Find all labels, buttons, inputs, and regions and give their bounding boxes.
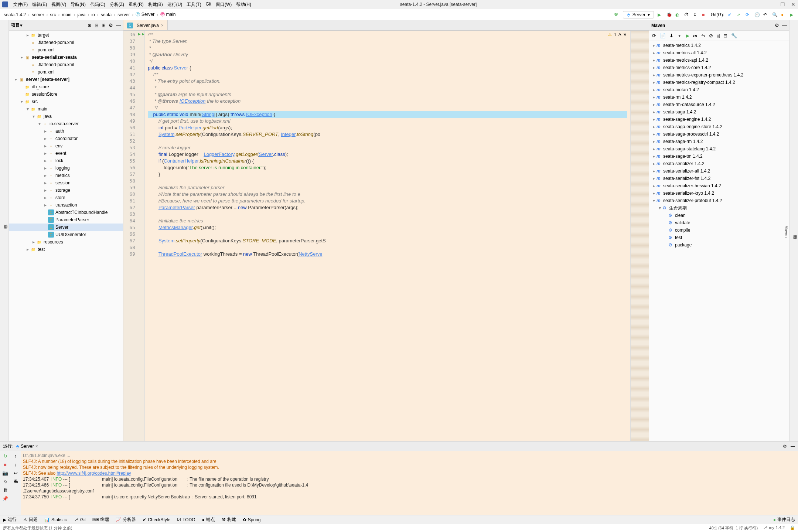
bottom-tab[interactable]: ⎇Git	[74, 516, 86, 523]
tree-row[interactable]: 📁sessionStore	[9, 91, 123, 98]
tree-row[interactable]: ▸▫store	[9, 194, 123, 201]
print-icon[interactable]: 🖶	[13, 479, 18, 484]
menu-item[interactable]: 帮助(H)	[234, 1, 253, 8]
tree-row[interactable]: ▾📁main	[9, 105, 123, 113]
scroll-up-icon[interactable]: ↑	[14, 453, 17, 459]
tree-row[interactable]: ▸▫session	[9, 179, 123, 187]
tree-row[interactable]: ▸▫transaction	[9, 201, 123, 209]
maven-row[interactable]: ▸mseata-saga-statelang 1.4.2	[649, 145, 789, 153]
pin-icon[interactable]: 📌	[2, 496, 8, 501]
maven-row[interactable]: ▾♻生命周期	[649, 204, 789, 212]
crumb[interactable]: seata-1.4.2	[3, 12, 27, 17]
console-output[interactable]: D:\jdk1.8\bin\java.exe ...SLF4J: A numbe…	[21, 451, 798, 515]
run-tab[interactable]: ⬘Server ×	[16, 444, 38, 449]
lock-icon[interactable]: 🔒	[790, 525, 795, 531]
tree-row[interactable]: ▸📁target	[9, 31, 123, 39]
stop-icon[interactable]: ■	[702, 12, 707, 17]
maven-row[interactable]: ▸mseata-metrics 1.4.2	[649, 42, 789, 49]
maven-settings-icon[interactable]: ⚙	[775, 23, 779, 28]
bottom-tab[interactable]: 📈分析器	[116, 516, 136, 523]
crumb[interactable]: seata	[100, 12, 112, 17]
tree-row[interactable]: ▾▫io.seata.server	[9, 120, 123, 127]
maven-row[interactable]: ▸mseata-motan 1.4.2	[649, 86, 789, 93]
debug-icon[interactable]: 🐞	[666, 12, 672, 17]
maven-row[interactable]: ▸mseata-metrics-exporter-prometheus 1.4.…	[649, 71, 789, 79]
menu-item[interactable]: 代码(C)	[88, 1, 108, 8]
menu-item[interactable]: 文件(F)	[11, 1, 30, 8]
attach-icon[interactable]: ↧	[693, 12, 698, 17]
maven-row[interactable]: ▸mseata-metrics-core 1.4.2	[649, 64, 789, 71]
maven-row[interactable]: ▸mseata-saga-rm 1.4.2	[649, 138, 789, 145]
maven-download-icon[interactable]: ⬇	[669, 33, 673, 38]
menu-item[interactable]: 构建(B)	[146, 1, 165, 8]
tree-row[interactable]: ▸▫env	[9, 142, 123, 150]
minimize-button[interactable]: —	[770, 2, 775, 7]
menu-item[interactable]: 分析(Z)	[108, 1, 126, 8]
maven-row[interactable]: ▸mseata-serializer 1.4.2	[649, 160, 789, 167]
search-icon[interactable]: 🔍	[772, 12, 777, 17]
crumb[interactable]: java	[76, 12, 86, 17]
breadcrumb[interactable]: seata-1.4.2›server›src›main›java›io›seat…	[3, 11, 177, 18]
run-hide-icon[interactable]: —	[791, 444, 795, 449]
crumb[interactable]: src	[49, 12, 57, 17]
maven-row[interactable]: ▸mseata-serializer-fst 1.4.2	[649, 175, 789, 182]
git-push-icon[interactable]: ↗	[737, 12, 742, 17]
maven-row[interactable]: ▸mseata-metrics-registry-compact 1.4.2	[649, 79, 789, 86]
crumb[interactable]: ⓒ Server	[135, 11, 155, 18]
tree-row[interactable]: ▸▣seata-serializer-seata	[9, 54, 123, 61]
maven-row[interactable]: ▸mseata-saga-engine 1.4.2	[649, 116, 789, 123]
maven-row[interactable]: ▸mseata-rm 1.4.2	[649, 93, 789, 101]
maximize-button[interactable]: ☐	[780, 2, 785, 7]
menu-item[interactable]: 运行(U)	[165, 1, 185, 8]
gutter-database-tab[interactable]: 数据库	[792, 230, 798, 233]
project-tree[interactable]: ▸📁target≡.flattened-pom.xml≡pom.xml▸▣sea…	[9, 31, 123, 441]
maven-row[interactable]: ▸mseata-saga-engine-store 1.4.2	[649, 123, 789, 130]
maven-row[interactable]: ▸mseata-metrics-api 1.4.2	[649, 57, 789, 64]
crumb[interactable]: ⓜ main	[160, 11, 176, 18]
bottom-tab[interactable]: ▶运行	[3, 516, 17, 523]
crumb[interactable]: server	[31, 12, 45, 17]
code-area[interactable]: /** * The type Server. * * @author sliev…	[145, 31, 630, 441]
tree-row[interactable]: ▸📁resources	[9, 238, 123, 246]
minimap[interactable]	[630, 31, 649, 441]
tree-row[interactable]: ▸▫metrics	[9, 172, 123, 179]
run-config-selector[interactable]: ⬘ Server ▾	[623, 11, 654, 18]
tree-row[interactable]: ▸📁test	[9, 246, 123, 253]
bottom-tab[interactable]: ✿Spring	[243, 516, 261, 523]
settings-icon[interactable]: ⚙	[109, 23, 113, 28]
tree-row[interactable]: ▸▫storage	[9, 187, 123, 194]
bottom-tab[interactable]: ✔CheckStyle	[143, 516, 170, 523]
collapse-icon[interactable]: ⊞	[102, 23, 106, 28]
maven-run-icon[interactable]: ▶	[686, 33, 689, 38]
maven-row[interactable]: ▸mseata-rm-datasource 1.4.2	[649, 101, 789, 108]
maven-tree[interactable]: ▸mseata-metrics 1.4.2▸mseata-metrics-all…	[649, 41, 789, 441]
tree-row[interactable]: ▸▫auth	[9, 127, 123, 135]
maven-row[interactable]: ⚙validate	[649, 219, 789, 226]
maven-show-deps-icon[interactable]: ⌸	[717, 33, 720, 38]
maven-row[interactable]: ▸mseata-saga 1.4.2	[649, 108, 789, 116]
git-commit-icon[interactable]: ✔	[728, 12, 733, 17]
expand-icon[interactable]: ⊟	[95, 23, 99, 28]
gutter-project-tab[interactable]: 项目	[3, 230, 8, 233]
exit-icon[interactable]: ⎋	[4, 479, 7, 484]
menu-item[interactable]: 窗口(W)	[214, 1, 234, 8]
editor-tabs[interactable]: C Server.java ×	[123, 20, 649, 31]
tree-row[interactable]: ▾📁src	[9, 98, 123, 105]
maven-row[interactable]: ⚙package	[649, 241, 789, 249]
maven-row[interactable]: ⚙clean	[649, 212, 789, 219]
maven-row[interactable]: ▸mseata-serializer-all 1.4.2	[649, 167, 789, 175]
bottom-tab[interactable]: 📊Statistic	[44, 516, 67, 523]
tree-row[interactable]: ≡pom.xml	[9, 68, 123, 76]
menu-item[interactable]: Git	[204, 1, 214, 8]
history-icon[interactable]: 🕘	[754, 12, 760, 17]
trash-icon[interactable]: 🗑	[3, 487, 8, 493]
revert-icon[interactable]: ↶	[763, 12, 768, 17]
scroll-down-icon[interactable]: ↓	[14, 462, 17, 467]
tree-row[interactable]: ▾▣server [seata-server]	[9, 76, 123, 83]
tree-row[interactable]: CParameterParser	[9, 216, 123, 224]
menu-item[interactable]: 导航(N)	[68, 1, 88, 8]
tree-row[interactable]: CServer	[9, 224, 123, 231]
tree-row[interactable]: ≡pom.xml	[9, 46, 123, 54]
close-button[interactable]: ✕	[791, 2, 796, 7]
tree-row[interactable]: ▸▫coordinator	[9, 135, 123, 142]
